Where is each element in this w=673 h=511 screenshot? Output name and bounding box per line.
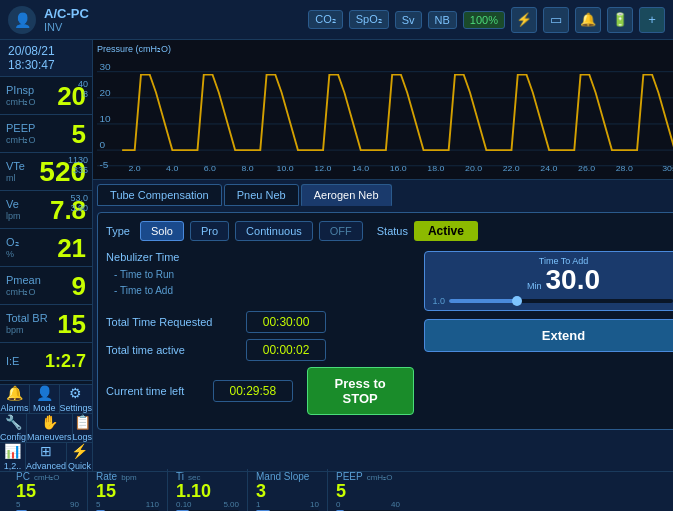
alarms-icon: 🔔 xyxy=(6,385,23,401)
status-pc: PC cmH₂O 15 5 90 xyxy=(8,469,88,512)
chart-label: Pressure (cmH₂O) xyxy=(97,44,673,54)
neb-right-controls: Time To Add Min 30.0 1.0 xyxy=(424,251,674,352)
status-peep-unit: cmH₂O xyxy=(367,473,393,482)
status-rate: Rate bpm 15 5 110 xyxy=(88,469,168,512)
vital-ie-value: 1:2.7 xyxy=(45,351,86,372)
monitored-button[interactable]: 📊 1,2.. xyxy=(0,443,26,471)
stop-button[interactable]: Press to STOP xyxy=(307,367,414,415)
tab-tube-compensation[interactable]: Tube Compensation xyxy=(97,184,222,206)
config-button[interactable]: 🔧 Config xyxy=(0,414,27,442)
co2-badge[interactable]: CO₂ xyxy=(308,10,343,29)
monitored-icon: 📊 xyxy=(4,443,21,459)
quick-button[interactable]: ⚡ Quick xyxy=(67,443,92,471)
type-row: Type Solo Pro Continuous OFF Status Acti… xyxy=(106,221,673,241)
total-requested-row: Total Time Requested 00:30:00 xyxy=(106,311,413,333)
total-active-value: 00:00:02 xyxy=(246,339,326,361)
total-requested-label: Total Time Requested xyxy=(106,316,246,328)
status-label: Status xyxy=(377,225,408,237)
battery-badge: 100% xyxy=(463,11,505,29)
svg-text:22.0: 22.0 xyxy=(503,165,521,171)
status-rate-label: Rate xyxy=(96,471,117,482)
vital-pmean: Pmean cmH₂O 9 xyxy=(0,267,92,305)
total-active-row: Total time active 00:00:02 xyxy=(106,339,413,361)
type-off-button[interactable]: OFF xyxy=(319,221,363,241)
tab-pneu-neb[interactable]: Pneu Neb xyxy=(224,184,299,206)
vital-totalbr: Total BR bpm 15 xyxy=(0,305,92,343)
status-peep: PEEP cmH₂O 5 0 40 xyxy=(328,469,408,512)
status-rate-unit: bpm xyxy=(121,473,137,482)
device-mode: INV xyxy=(44,21,89,33)
chart-area: Pressure (cmH₂O) 30 20 10 0 -5 2.0 4.0 xyxy=(93,40,673,180)
neb-labels: Nebulizer Time - Time to Run - Time to A… xyxy=(106,251,413,421)
type-label: Type xyxy=(106,225,130,237)
action-buttons-row3: 📊 1,2.. ⊞ Advanced ⚡ Quick xyxy=(0,442,92,471)
tab-area: Tube Compensation Pneu Neb Aerogen Neb ✕… xyxy=(93,180,673,471)
vital-pinsp-label-group: PInsp cmH₂O xyxy=(6,84,36,107)
type-continuous-button[interactable]: Continuous xyxy=(235,221,313,241)
right-content: Pressure (cmH₂O) 30 20 10 0 -5 2.0 4.0 xyxy=(93,40,673,471)
svg-text:8.0: 8.0 xyxy=(242,165,255,171)
user-avatar-icon: 👤 xyxy=(8,6,36,34)
vital-pinsp-limits: 408 xyxy=(78,79,88,99)
status-bar: PC cmH₂O 15 5 90 Rate bpm 15 5 110 Ti se… xyxy=(0,471,673,511)
type-solo-button[interactable]: Solo xyxy=(140,221,184,241)
status-peep-label: PEEP xyxy=(336,471,363,482)
time-to-add-label: - Time to Add xyxy=(106,283,413,299)
sv-badge[interactable]: Sv xyxy=(395,11,422,29)
vital-peep: PEEP cmH₂O 5 xyxy=(0,115,92,153)
vital-vte-limits: 1130335 xyxy=(68,155,88,175)
slider-thumb[interactable] xyxy=(512,296,522,306)
header-left: 👤 A/C-PC INV xyxy=(8,6,308,34)
quick-icon: ⚡ xyxy=(71,443,88,459)
svg-text:10: 10 xyxy=(100,115,111,124)
status-rate-value: 15 xyxy=(96,482,116,500)
total-active-label: Total time active xyxy=(106,344,246,356)
spo2-badge[interactable]: SpO₂ xyxy=(349,10,389,29)
add-icon[interactable]: + xyxy=(639,7,665,33)
left-panel: 20/08/21 18:30:47 PInsp cmH₂O 20 408 PEE… xyxy=(0,40,93,471)
tab-aerogen-neb[interactable]: Aerogen Neb xyxy=(301,184,392,206)
datetime-display: 20/08/21 18:30:47 xyxy=(0,40,92,77)
status-mand-value: 3 xyxy=(256,482,266,500)
time-add-value: 30.0 xyxy=(546,266,601,294)
svg-text:0: 0 xyxy=(100,141,106,150)
vital-o2-value: 21 xyxy=(57,235,86,261)
alarms-button[interactable]: 🔔 Alarms xyxy=(0,385,30,413)
status-mand-label: Mand Slope xyxy=(256,471,309,482)
total-requested-value: 00:30:00 xyxy=(246,311,326,333)
status-active-badge: Active xyxy=(414,221,478,241)
logs-button[interactable]: 📋 Logs xyxy=(73,414,93,442)
svg-text:10.0: 10.0 xyxy=(277,165,295,171)
svg-text:30s: 30s xyxy=(662,165,673,171)
svg-text:18.0: 18.0 xyxy=(427,165,445,171)
mode-button[interactable]: 👤 Mode xyxy=(30,385,60,413)
extend-button[interactable]: Extend xyxy=(424,319,674,352)
svg-text:28.0: 28.0 xyxy=(616,165,634,171)
device-title: A/C-PC xyxy=(44,6,89,21)
type-pro-button[interactable]: Pro xyxy=(190,221,229,241)
advanced-button[interactable]: ⊞ Advanced xyxy=(26,443,67,471)
slider-track[interactable] xyxy=(449,299,673,303)
status-ti: Ti sec 1.10 0.10 5.00 xyxy=(168,469,248,512)
power-icon[interactable]: ⚡ xyxy=(511,7,537,33)
advanced-icon: ⊞ xyxy=(40,443,52,459)
svg-text:2.0: 2.0 xyxy=(128,165,141,171)
time-add-slider[interactable]: 1.0 60.0 xyxy=(433,296,674,306)
logs-icon: 📋 xyxy=(74,414,91,430)
slider-fill xyxy=(449,299,516,303)
nb-badge[interactable]: NB xyxy=(428,11,457,29)
vital-ie: I:E 1:2.7 xyxy=(0,343,92,381)
vital-totalbr-value: 15 xyxy=(57,311,86,337)
action-buttons-row2: 🔧 Config ✋ Maneuvers 📋 Logs xyxy=(0,413,92,442)
nebulizer-time-label: Nebulizer Time xyxy=(106,251,413,263)
settings-button[interactable]: ⚙ Settings xyxy=(60,385,93,413)
status-ti-label: Ti xyxy=(176,471,184,482)
vital-vte: VTe ml 520 1130335 xyxy=(0,153,92,191)
square-icon[interactable]: ▭ xyxy=(543,7,569,33)
svg-text:-5: -5 xyxy=(100,161,109,170)
maneuvers-button[interactable]: ✋ Maneuvers xyxy=(27,414,73,442)
time-add-unit: Min xyxy=(527,281,542,291)
battery-icon[interactable]: 🔋 xyxy=(607,7,633,33)
bell-icon[interactable]: 🔔 xyxy=(575,7,601,33)
svg-text:20: 20 xyxy=(100,88,111,97)
